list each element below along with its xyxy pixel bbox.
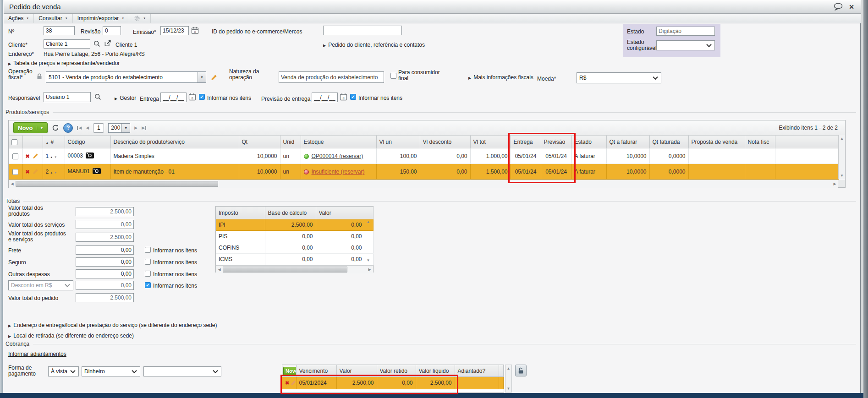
meio-pagamento-select[interactable]: Dinheiro xyxy=(82,366,140,376)
scroll-right-icon[interactable]: ▶ xyxy=(366,267,373,272)
estoque-link[interactable]: OP000014 (reservar) xyxy=(312,153,363,159)
unid-column-header[interactable]: Unid xyxy=(280,136,301,148)
moeda-select[interactable]: R$ xyxy=(577,72,661,83)
menu-imprimir-exportar[interactable]: Imprimir/exportar▼ xyxy=(73,14,130,23)
scroll-up-icon[interactable]: ▲ xyxy=(367,220,370,224)
scroll-up-icon[interactable]: ▲ xyxy=(840,136,844,141)
background-scrollbar[interactable] xyxy=(863,0,868,398)
scroll-left-icon[interactable]: ◀ xyxy=(9,182,16,186)
proposta-column-header[interactable]: Proposta de venda xyxy=(688,136,745,148)
scrollbar-thumb[interactable] xyxy=(16,181,218,187)
consumidor-final-checkbox[interactable] xyxy=(390,73,396,79)
vertical-scrollbar[interactable]: ▲ ▼ xyxy=(363,218,373,264)
edit-row-icon[interactable] xyxy=(33,153,38,159)
gestor-toggle[interactable]: ▶Gestor xyxy=(115,95,136,101)
novo-parcela-button[interactable]: Novo xyxy=(283,367,296,375)
row-checkbox[interactable] xyxy=(12,153,18,159)
qt-faturada-column-header[interactable]: Qt faturada xyxy=(649,136,688,148)
condicao-pagamento-select[interactable]: À vista xyxy=(48,366,79,376)
entrega-date-input[interactable] xyxy=(160,93,187,102)
vl-desconto-column-header[interactable]: Vl desconto xyxy=(420,136,470,148)
padlock-button[interactable] xyxy=(515,365,527,376)
help-icon[interactable]: ? xyxy=(63,123,73,133)
tabela-precos-toggle[interactable]: ▶Tabela de preços e representante/vended… xyxy=(8,60,120,66)
frete-informar-checkbox[interactable] xyxy=(145,247,151,253)
outras-informar-checkbox[interactable] xyxy=(145,271,151,277)
outras-despesas-input[interactable] xyxy=(76,269,134,278)
conta-select[interactable] xyxy=(143,366,221,376)
scroll-down-icon[interactable]: ▼ xyxy=(840,174,844,178)
vertical-scrollbar[interactable]: ▲ ▼ xyxy=(505,365,512,393)
estado-configuravel-select[interactable] xyxy=(656,40,715,50)
last-page-button[interactable]: ▶ xyxy=(142,125,146,130)
qt-column-header[interactable]: Qt xyxy=(239,136,280,148)
delete-row-icon[interactable]: ✖ xyxy=(285,380,289,386)
pencil-icon[interactable] xyxy=(211,74,217,81)
qt-a-faturar-column-header[interactable]: Qt a faturar xyxy=(606,136,649,148)
search-icon[interactable] xyxy=(94,93,101,100)
select-all-checkbox[interactable] xyxy=(11,139,17,145)
prev-page-button[interactable]: ◀ xyxy=(86,125,89,130)
menu-consultar[interactable]: Consultar▼ xyxy=(34,14,72,23)
vertical-scrollbar[interactable]: ▲ ▼ xyxy=(838,135,845,179)
informar-adiantamentos-link[interactable]: Informar adiantamentos xyxy=(8,351,66,357)
search-icon[interactable] xyxy=(93,40,100,47)
menu-settings[interactable]: ▼ xyxy=(129,14,151,23)
camera-icon[interactable] xyxy=(86,153,94,160)
novo-button[interactable]: Novo▼ xyxy=(13,122,48,133)
menu-acoes[interactable]: Ações▼ xyxy=(4,14,34,23)
edit-row-icon[interactable] xyxy=(33,169,38,174)
calendar-icon[interactable]: 8 xyxy=(188,93,196,101)
horizontal-scrollbar[interactable]: ◀ ▶ xyxy=(9,180,838,188)
comment-bubble-icon[interactable] xyxy=(833,3,843,11)
natureza-operacao-input[interactable] xyxy=(279,71,384,83)
emissao-input[interactable] xyxy=(160,26,189,35)
cliente-link[interactable]: Cliente 1 xyxy=(115,42,137,48)
scroll-right-icon[interactable]: ▶ xyxy=(831,182,838,186)
responsavel-input[interactable] xyxy=(44,92,91,102)
scroll-down-icon[interactable]: ▼ xyxy=(507,387,511,391)
page-input[interactable] xyxy=(93,123,104,133)
estado-column-header[interactable]: Estado xyxy=(571,136,606,148)
calendar-icon[interactable]: 8 xyxy=(340,93,347,101)
scroll-down-icon[interactable]: ▼ xyxy=(367,258,370,262)
pedido-cliente-toggle[interactable]: ▶Pedido do cliente, referência e contato… xyxy=(323,42,425,48)
previsao-informar-checkbox[interactable]: ✓ xyxy=(350,94,356,100)
next-page-button[interactable]: ▶ xyxy=(134,125,137,130)
nota-fiscal-column-header[interactable]: Nota fisc xyxy=(745,136,775,148)
cliente-input[interactable] xyxy=(44,39,90,49)
scroll-left-icon[interactable]: ◀ xyxy=(216,267,223,272)
num-column-header[interactable]: ▲# xyxy=(43,136,65,148)
ecommerce-input[interactable] xyxy=(323,26,402,35)
desconto-informar-checkbox[interactable]: ✓ xyxy=(145,282,151,288)
seguro-input[interactable] xyxy=(76,257,134,267)
move-down-icon[interactable]: ▼ xyxy=(54,171,57,174)
desconto-tipo-select[interactable]: Desconto em R$ xyxy=(8,280,73,290)
calendar-icon[interactable]: 8 xyxy=(191,27,199,34)
scroll-up-icon[interactable]: ▲ xyxy=(507,366,511,371)
external-link-icon[interactable] xyxy=(104,40,111,47)
page-size-select[interactable]: 200▼ xyxy=(108,123,130,133)
seguro-informar-checkbox[interactable] xyxy=(145,259,151,265)
local-retirada-toggle[interactable]: ▶Local de retirada (se diferente do ende… xyxy=(8,333,134,339)
vl-un-column-header[interactable]: Vl un xyxy=(376,136,420,148)
delete-row-icon[interactable]: ✖ xyxy=(26,169,30,174)
first-page-button[interactable]: ◀ xyxy=(77,125,82,130)
scrollbar-thumb[interactable] xyxy=(223,267,347,273)
delete-row-icon[interactable]: ✖ xyxy=(26,153,30,159)
operacao-fiscal-select[interactable]: 5101 - Venda de produção do estabelecime… xyxy=(46,71,206,83)
endereco-entrega-toggle[interactable]: ▶Endereço de entrega/local de prestação … xyxy=(8,322,217,328)
move-up-icon[interactable]: ▲ xyxy=(50,156,53,158)
desconto-input[interactable] xyxy=(76,281,134,290)
entrega-informar-checkbox[interactable]: ✓ xyxy=(199,94,205,100)
previsao-date-input[interactable] xyxy=(312,93,338,102)
camera-icon[interactable] xyxy=(93,169,101,175)
numero-input[interactable] xyxy=(44,26,75,35)
codigo-column-header[interactable]: Código xyxy=(65,136,110,148)
horizontal-scrollbar[interactable]: ◀ ▶ xyxy=(216,265,373,273)
move-up-icon[interactable]: ▲ xyxy=(50,171,53,174)
edit-row-icon[interactable] xyxy=(291,380,296,386)
previsao-column-header[interactable]: Previsão xyxy=(541,136,571,148)
frete-input[interactable] xyxy=(76,245,134,255)
revisao-input[interactable] xyxy=(103,26,121,35)
